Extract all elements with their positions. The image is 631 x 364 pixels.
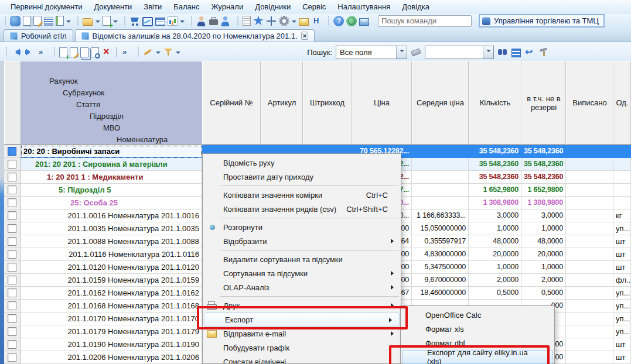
chevron-more-icon[interactable] [37, 47, 47, 57]
written-out-cell[interactable] [566, 145, 613, 158]
row-checkbox[interactable] [8, 211, 16, 220]
row-select-cell[interactable] [4, 274, 21, 287]
menubar-item-8[interactable]: Налаштування [332, 1, 396, 12]
column-header-1[interactable]: Серійний № [202, 61, 261, 145]
quantity-cell[interactable]: 35 548,2360 [469, 171, 521, 184]
hierarchy-cell[interactable]: 201.1.0206 Номенклатура 201.1.0206 [21, 351, 202, 364]
not-reserved-cell[interactable]: 48,0000 [521, 235, 566, 248]
unit-cell[interactable]: шт [613, 235, 631, 248]
menubar-item-6[interactable]: Довідники [249, 1, 296, 12]
menubar-item-2[interactable]: Документи [88, 1, 138, 12]
row-checkbox[interactable] [8, 237, 16, 246]
submenu-item[interactable]: OpenOffice Calc [401, 308, 554, 322]
row-checkbox[interactable] [8, 353, 16, 362]
menubar-item-1[interactable]: Первинні документи [5, 1, 88, 12]
menubar-item-7[interactable]: Сервіс [296, 1, 332, 12]
dropdown-caret-icon[interactable] [156, 51, 161, 56]
quantity-cell[interactable]: 1,0000 [469, 222, 521, 235]
unit-cell[interactable]: уп... [613, 300, 631, 313]
hierarchy-cell[interactable]: 201.1.0170 Номенклатура 201.1.0170 [21, 313, 202, 325]
written-out-cell[interactable] [566, 248, 613, 261]
row-select-cell[interactable] [4, 235, 21, 248]
row-select-cell[interactable] [4, 158, 21, 171]
written-out-cell[interactable] [566, 313, 613, 325]
row-select-cell[interactable] [4, 184, 21, 197]
tab-1[interactable]: Робочий стіл [4, 29, 73, 42]
context-menu-item[interactable]: Відомість руху [203, 156, 401, 170]
not-reserved-cell[interactable]: 35 548,2360 [521, 145, 566, 158]
hierarchy-cell[interactable]: 5: Підрозділ 5 [21, 184, 202, 197]
menubar-item-4[interactable]: Баланс [168, 1, 205, 12]
unit-cell[interactable] [613, 158, 631, 171]
written-out-cell[interactable] [566, 210, 613, 222]
hierarchy-cell[interactable]: 20: 20 : Виробничі запаси [21, 145, 202, 158]
unit-cell[interactable]: шт [613, 261, 631, 274]
hierarchy-cell[interactable]: 201.1.0179 Номенклатура 201.1.0179 [21, 325, 202, 338]
row-checkbox[interactable] [8, 173, 16, 181]
avg-price-cell[interactable] [412, 184, 469, 197]
new-document-icon[interactable] [103, 16, 111, 26]
gear-icon[interactable] [279, 16, 289, 26]
unit-cell[interactable] [613, 184, 631, 197]
unit-cell[interactable]: шт [613, 338, 631, 351]
pen-icon[interactable] [143, 47, 154, 57]
hierarchy-cell[interactable]: 201.1.0168 Номенклатура 201.1.0168 [21, 300, 202, 313]
menubar-item-9[interactable]: Довідка [396, 1, 435, 12]
context-menu-item[interactable]: OLAP-Аналіз [203, 280, 401, 294]
notes-icon[interactable] [56, 16, 64, 26]
not-reserved-cell[interactable]: 1 308,9800 [521, 197, 566, 210]
unit-cell[interactable]: кг [613, 210, 631, 222]
avg-price-cell[interactable]: 1 166,663333... [412, 210, 469, 222]
row-checkbox[interactable] [8, 160, 16, 169]
dropdown-caret-icon[interactable] [292, 20, 296, 25]
row-select-cell[interactable] [4, 145, 21, 158]
forward-arrow-icon[interactable] [24, 47, 35, 57]
toolbar-drag-handle[interactable] [137, 47, 139, 57]
unit-cell[interactable]: уп... [613, 313, 631, 325]
hierarchy-cell[interactable]: 201: 20 201 : Сировина й матеріали [21, 158, 202, 171]
row-checkbox[interactable] [8, 263, 16, 272]
hierarchy-cell[interactable]: 201.1.0116 Номенклатура 201.1.0116 [21, 248, 202, 261]
undo-icon[interactable] [524, 47, 535, 57]
hierarchy-cell[interactable]: 25: Особа 25 [21, 197, 202, 210]
dropdown-caret-icon[interactable] [113, 20, 118, 25]
dropdown-caret-icon[interactable] [66, 20, 71, 25]
tools-icon[interactable] [538, 47, 549, 57]
context-menu-item[interactable]: Копіювати значення коміркиCtrl+C [203, 188, 401, 202]
preview-doc-icon[interactable] [91, 47, 99, 57]
row-select-cell[interactable] [4, 222, 21, 235]
row-checkbox[interactable] [8, 301, 16, 310]
monitor-chart-icon[interactable] [142, 17, 153, 26]
unit-cell[interactable] [613, 197, 631, 210]
row-select-cell[interactable] [4, 300, 21, 313]
not-reserved-cell[interactable]: 0,5000 [521, 287, 566, 300]
edit-document-icon[interactable] [33, 16, 42, 26]
unit-cell[interactable]: уп... [613, 222, 631, 235]
list-icon[interactable] [44, 17, 53, 26]
context-menu-item[interactable]: Списати відмічені [203, 355, 401, 364]
dropdown-caret-icon[interactable] [180, 20, 185, 25]
unit-cell[interactable] [613, 171, 631, 184]
new-doc-icon[interactable] [59, 47, 67, 57]
context-menu-item[interactable]: Розгорнути [203, 220, 401, 234]
database-icon[interactable] [10, 16, 21, 26]
quantity-cell[interactable]: 48,0000 [469, 235, 521, 248]
quantity-cell[interactable]: 1,0000 [469, 261, 521, 274]
written-out-cell[interactable] [566, 222, 613, 235]
written-out-cell[interactable] [566, 158, 613, 171]
not-reserved-cell[interactable]: 3,0000 [521, 210, 566, 222]
briefcase-icon[interactable] [209, 19, 218, 25]
column-header-5[interactable]: Середня ціна [412, 61, 469, 145]
written-out-cell[interactable] [566, 325, 613, 338]
not-reserved-cell[interactable]: 1,0000 [521, 261, 566, 274]
context-menu-item[interactable]: Відобразити [203, 234, 401, 248]
avg-price-cell[interactable]: 4,830000000 [412, 248, 469, 261]
hierarchy-cell[interactable]: 201.1.0016 Номенклатура 201.1.0016 [21, 210, 202, 222]
cart-icon[interactable] [129, 16, 140, 26]
row-checkbox[interactable] [8, 289, 16, 297]
context-menu-item[interactable]: Проставити дату приходу [203, 170, 401, 184]
row-checkbox[interactable] [8, 327, 16, 336]
unit-cell[interactable]: шт [613, 248, 631, 261]
submenu-item[interactable]: Формат xls [401, 322, 554, 336]
menubar-item-3[interactable]: Звіти [138, 1, 168, 12]
